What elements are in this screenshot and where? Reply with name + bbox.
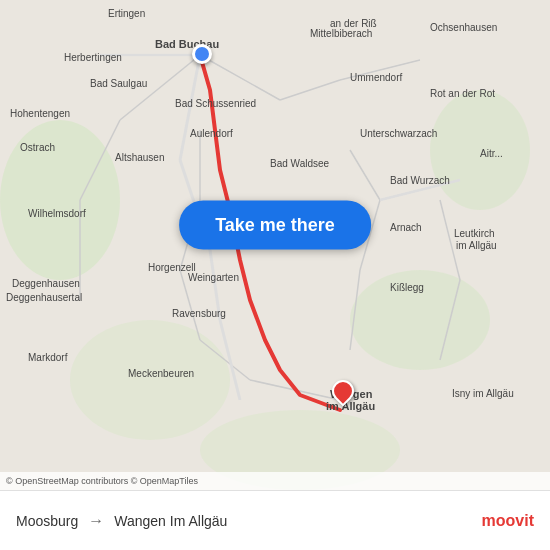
map-attribution: © OpenStreetMap contributors © OpenMapTi… <box>0 472 550 490</box>
origin-pin <box>192 44 212 64</box>
moovit-logo: moovit <box>482 512 534 530</box>
svg-point-3 <box>350 270 490 370</box>
bottom-bar: Moosburg → Wangen Im Allgäu moovit <box>0 490 550 550</box>
route-origin-label: Moosburg <box>16 513 78 529</box>
svg-point-2 <box>430 90 530 210</box>
take-me-there-button[interactable]: Take me there <box>179 201 371 250</box>
destination-pin-shape <box>327 375 358 406</box>
map-container: Bad BuchauErtingenHerbertingenan der Riß… <box>0 0 550 490</box>
route-destination-label: Wangen Im Allgäu <box>114 513 227 529</box>
moovit-logo-text: moovit <box>482 512 534 530</box>
attribution-text: © OpenStreetMap contributors © OpenMapTi… <box>6 476 198 486</box>
route-arrow-icon: → <box>88 512 104 530</box>
svg-point-1 <box>0 120 120 280</box>
destination-pin <box>332 380 354 408</box>
route-info: Moosburg → Wangen Im Allgäu <box>16 512 482 530</box>
svg-point-4 <box>70 320 230 440</box>
